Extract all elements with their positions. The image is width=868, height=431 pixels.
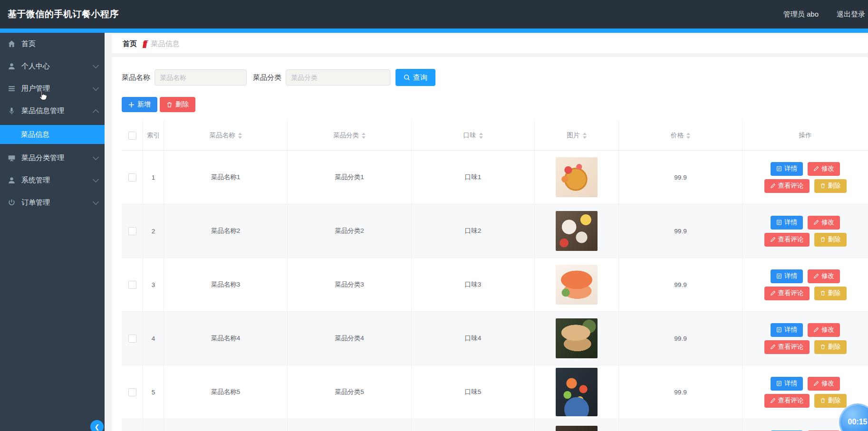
view-comments-button[interactable]: 查看评论 xyxy=(764,233,810,247)
menu-list-icon xyxy=(8,85,16,93)
dish-photo xyxy=(556,368,598,416)
sidebar-item-dish-category-management[interactable]: 菜品分类管理 xyxy=(0,147,105,169)
dish-name-input[interactable] xyxy=(154,69,247,86)
view-comments-button[interactable]: 查看评论 xyxy=(764,179,810,193)
sort-icon[interactable] xyxy=(362,133,366,139)
logout-link[interactable]: 退出登录 xyxy=(837,10,865,19)
column-header-index: 索引 xyxy=(147,131,160,140)
main-content: 首页 fff 菜品信息 菜品名称 菜品分类 查询 新增 xyxy=(105,33,868,431)
row-delete-button[interactable]: 删除 xyxy=(814,179,847,193)
trash-icon xyxy=(166,102,173,108)
cell-price: 99.9 xyxy=(619,204,743,258)
row-delete-button[interactable]: 删除 xyxy=(814,340,847,354)
breadcrumb-separator-icon: fff xyxy=(143,39,146,48)
cell-flavor: 口味2 xyxy=(412,204,535,258)
sidebar-subitem-dish-info-active[interactable]: 菜品信息 xyxy=(0,125,105,144)
row-checkbox[interactable] xyxy=(128,281,136,289)
filter-bar: 菜品名称 菜品分类 查询 xyxy=(122,69,868,86)
power-icon xyxy=(8,199,16,207)
dish-table: 索引 菜品名称 菜品分类 口味 图片 价格 操作 1 菜品名称1 菜品分类1 口… xyxy=(122,121,868,431)
column-header-image[interactable]: 图片 xyxy=(535,121,619,150)
view-comments-button[interactable]: 查看评论 xyxy=(764,340,810,354)
cell-dish-category: 菜品分类4 xyxy=(288,312,412,365)
sidebar: 首页 个人中心 用户管理 菜品信息管理 菜品信息 菜品分类管理 系统管理 xyxy=(0,33,105,431)
view-comments-button[interactable]: 查看评论 xyxy=(764,394,810,408)
detail-button[interactable]: 详情 xyxy=(771,377,803,391)
row-checkbox[interactable] xyxy=(128,335,136,343)
chevron-down-icon xyxy=(93,199,99,205)
detail-button[interactable]: 详情 xyxy=(771,162,803,176)
edit-button[interactable]: 修改 xyxy=(808,216,840,230)
sidebar-item-dish-info-management[interactable]: 菜品信息管理 xyxy=(0,100,105,122)
column-header-flavor[interactable]: 口味 xyxy=(412,121,535,150)
dish-photo xyxy=(556,211,598,251)
cell-dish-category xyxy=(288,419,412,431)
column-header-price[interactable]: 价格 xyxy=(619,121,743,150)
detail-button[interactable]: 详情 xyxy=(771,323,803,337)
admin-user-label[interactable]: 管理员 abo xyxy=(783,10,819,19)
column-header-actions: 操作 xyxy=(743,121,868,150)
accent-strip xyxy=(0,29,868,33)
pencil-icon xyxy=(813,381,819,386)
sidebar-item-profile[interactable]: 个人中心 xyxy=(0,55,105,77)
cell-index: 3 xyxy=(143,258,164,311)
cell-dish-category: 菜品分类2 xyxy=(288,204,412,258)
sidebar-item-label: 菜品信息管理 xyxy=(21,106,64,115)
row-delete-button[interactable]: 删除 xyxy=(814,287,847,300)
column-header-name[interactable]: 菜品名称 xyxy=(164,121,288,150)
document-icon xyxy=(776,381,782,386)
cell-flavor: 口味3 xyxy=(412,258,535,311)
pencil-icon xyxy=(813,166,819,172)
view-comments-button[interactable]: 查看评论 xyxy=(764,287,810,300)
document-icon xyxy=(776,273,782,279)
sidebar-item-system-management[interactable]: 系统管理 xyxy=(0,169,105,192)
row-checkbox[interactable] xyxy=(128,227,136,235)
app-title: 基于微信的手机订餐小程序 xyxy=(8,8,119,20)
edit-button[interactable]: 修改 xyxy=(808,269,840,283)
edit-button[interactable]: 修改 xyxy=(808,377,840,391)
sidebar-item-label: 系统管理 xyxy=(21,176,50,185)
row-checkbox[interactable] xyxy=(128,173,136,182)
sidebar-item-user-management[interactable]: 用户管理 xyxy=(0,77,105,100)
search-button[interactable]: 查询 xyxy=(395,69,435,86)
sidebar-item-label: 首页 xyxy=(21,39,36,48)
sort-icon[interactable] xyxy=(238,133,242,139)
sort-icon[interactable] xyxy=(479,133,483,139)
pencil-icon xyxy=(813,327,819,333)
sidebar-collapse-button[interactable]: ❮ xyxy=(90,420,104,431)
sidebar-item-order-management[interactable]: 订单管理 xyxy=(0,192,105,214)
row-checkbox[interactable] xyxy=(128,388,136,396)
sidebar-item-label: 菜品分类管理 xyxy=(21,153,64,163)
sidebar-item-home[interactable]: 首页 xyxy=(0,33,105,55)
edit-button[interactable]: 修改 xyxy=(808,323,840,337)
pencil-icon xyxy=(813,273,819,279)
add-button-label: 新增 xyxy=(137,100,151,109)
cell-dish-category: 菜品分类1 xyxy=(288,151,412,204)
table-header-row: 索引 菜品名称 菜品分类 口味 图片 价格 操作 xyxy=(122,121,868,151)
dish-name-label: 菜品名称 xyxy=(122,73,150,82)
detail-button[interactable]: 详情 xyxy=(771,216,803,230)
cell-dish-name: 菜品名称3 xyxy=(164,258,288,311)
row-delete-button[interactable]: 删除 xyxy=(814,233,847,247)
column-header-category[interactable]: 菜品分类 xyxy=(288,121,412,150)
delete-button[interactable]: 删除 xyxy=(160,97,195,112)
pencil-icon xyxy=(770,237,776,242)
breadcrumb-home-link[interactable]: 首页 xyxy=(123,39,137,48)
dish-category-label: 菜品分类 xyxy=(253,73,281,82)
cell-index xyxy=(143,419,164,431)
sort-icon[interactable] xyxy=(583,133,587,139)
sort-icon[interactable] xyxy=(686,133,690,139)
monitor-icon xyxy=(8,154,16,162)
top-navbar: 基于微信的手机订餐小程序 管理员 abo 退出登录 xyxy=(0,0,868,29)
cell-dish-category: 菜品分类3 xyxy=(288,258,412,311)
cell-price: 99.9 xyxy=(619,151,743,204)
edit-button[interactable]: 修改 xyxy=(808,162,840,176)
chevron-down-icon xyxy=(93,85,99,91)
select-all-checkbox[interactable] xyxy=(128,132,136,140)
cell-price: 99.9 xyxy=(619,365,743,419)
detail-button[interactable]: 详情 xyxy=(771,269,803,283)
table-row: 3 菜品名称3 菜品分类3 口味3 99.9 详情 修改 查看评论 删除 xyxy=(122,258,868,312)
row-delete-button[interactable]: 删除 xyxy=(814,394,847,408)
dish-category-input[interactable] xyxy=(286,69,390,86)
add-button[interactable]: 新增 xyxy=(122,97,157,112)
